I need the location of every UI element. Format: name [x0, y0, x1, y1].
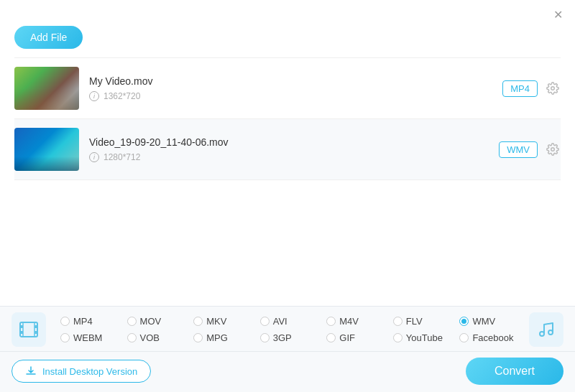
file-info: My Video.mov i 1362*720: [89, 75, 502, 101]
table-row: Video_19-09-20_11-40-06.mov i 1280*712 W…: [14, 118, 561, 180]
table-row: My Video.mov i 1362*720 MP4: [14, 57, 561, 118]
format-option-flv[interactable]: FLV: [390, 314, 457, 328]
format-option-gif[interactable]: GIF: [323, 331, 390, 345]
audio-format-icon[interactable]: [529, 312, 564, 347]
info-icon: i: [89, 91, 99, 101]
add-file-button[interactable]: Add File: [14, 26, 83, 49]
toolbar: Add File: [0, 26, 575, 57]
gear-icon[interactable]: [545, 141, 561, 157]
file-meta: i 1280*712: [89, 152, 499, 162]
radio-gif: [326, 333, 336, 342]
format-label-3gp: 3GP: [273, 332, 292, 343]
radio-webm: [60, 333, 70, 342]
format-label-webm: WEBM: [73, 332, 102, 343]
radio-wmv: [459, 317, 469, 326]
file-resolution: 1362*720: [104, 91, 140, 101]
format-option-mkv[interactable]: MKV: [190, 314, 257, 328]
format-label-m4v: M4V: [339, 316, 359, 327]
radio-mkv: [193, 317, 203, 326]
format-badge[interactable]: MP4: [502, 80, 538, 97]
file-resolution: 1280*712: [104, 152, 140, 162]
file-actions: WMV: [499, 141, 561, 158]
format-label-mkv: MKV: [206, 316, 226, 327]
svg-point-1: [551, 148, 555, 151]
file-thumbnail: [14, 67, 79, 110]
format-label-mpg: MPG: [206, 332, 228, 343]
radio-avi: [260, 317, 270, 326]
format-option-facebook[interactable]: Facebook: [456, 331, 523, 345]
radio-flv: [393, 317, 402, 326]
svg-point-9: [540, 332, 544, 336]
radio-facebook: [459, 333, 469, 342]
svg-point-0: [551, 87, 555, 90]
format-option-vob[interactable]: VOB: [124, 331, 191, 345]
svg-point-10: [548, 330, 553, 335]
convert-button[interactable]: Convert: [466, 358, 564, 385]
install-desktop-button[interactable]: Install Desktop Version: [12, 360, 151, 383]
format-option-mp4[interactable]: MP4: [58, 314, 124, 328]
radio-3gp: [260, 333, 270, 342]
radio-youtube: [393, 333, 402, 342]
format-option-mpg[interactable]: MPG: [190, 331, 257, 345]
format-badge[interactable]: WMV: [499, 141, 538, 158]
file-meta: i 1362*720: [89, 91, 502, 101]
format-label-gif: GIF: [339, 332, 355, 343]
format-option-3gp[interactable]: 3GP: [257, 331, 324, 345]
format-label-youtube: YouTube: [406, 332, 443, 343]
action-bar: Install Desktop Version Convert: [0, 351, 575, 392]
format-label-avi: AVI: [273, 316, 288, 327]
format-label-wmv: WMV: [472, 316, 495, 327]
radio-m4v: [326, 317, 336, 326]
file-name: My Video.mov: [89, 75, 502, 87]
format-label-mp4: MP4: [73, 316, 93, 327]
radio-mpg: [193, 333, 203, 342]
close-button[interactable]: ✕: [551, 7, 565, 22]
file-thumbnail: [14, 128, 79, 171]
video-format-icon: [12, 312, 46, 347]
format-label-vob: VOB: [140, 332, 160, 343]
title-bar: ✕: [0, 0, 575, 26]
format-option-wmv[interactable]: WMV: [456, 314, 523, 328]
bottom-bar: MP4 MOV MKV AVI M4V: [0, 306, 575, 392]
format-label-mov: MOV: [140, 316, 162, 327]
file-actions: MP4: [502, 80, 561, 97]
radio-vob: [127, 333, 137, 342]
download-icon: [25, 365, 37, 377]
format-label-facebook: Facebook: [472, 332, 513, 343]
info-icon: i: [89, 152, 99, 162]
format-option-m4v[interactable]: M4V: [323, 314, 390, 328]
file-name: Video_19-09-20_11-40-06.mov: [89, 136, 499, 148]
format-option-youtube[interactable]: YouTube: [390, 331, 457, 345]
format-option-avi[interactable]: AVI: [257, 314, 324, 328]
format-selector: MP4 MOV MKV AVI M4V: [0, 307, 575, 351]
format-option-mov[interactable]: MOV: [124, 314, 191, 328]
gear-icon[interactable]: [545, 80, 561, 96]
file-info: Video_19-09-20_11-40-06.mov i 1280*712: [89, 136, 499, 162]
radio-mov: [127, 317, 137, 326]
format-option-webm[interactable]: WEBM: [58, 331, 124, 345]
install-label: Install Desktop Version: [42, 366, 137, 377]
radio-mp4: [60, 317, 70, 326]
format-label-flv: FLV: [406, 316, 423, 327]
file-list: My Video.mov i 1362*720 MP4 Video_19-09-…: [0, 57, 575, 180]
